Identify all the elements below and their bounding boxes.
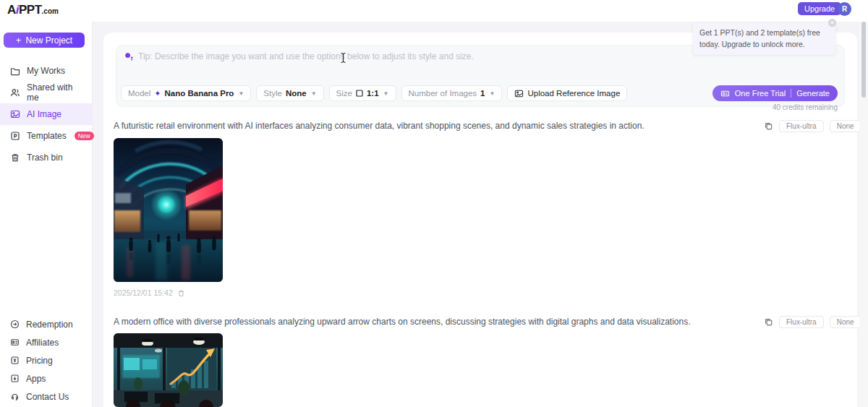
free-trial-ticket-icon — [720, 89, 730, 98]
copy-icon[interactable] — [764, 317, 773, 327]
style-tag[interactable]: None — [830, 316, 861, 328]
new-project-label: New Project — [25, 35, 72, 46]
upload-reference-button[interactable]: Upload Reference Image — [507, 85, 627, 101]
logo-a: A — [7, 3, 16, 17]
sidebar-item-trash-bin[interactable]: Trash bin — [0, 147, 93, 168]
generated-image[interactable] — [114, 138, 223, 282]
upload-image-icon — [514, 89, 524, 98]
model-sparkle-icon: ✦ — [154, 89, 161, 98]
composer-options: Model ✦ Nano Banana Pro ▼ Style None ▼ S… — [121, 85, 627, 101]
result-prompt: A futuristic retail environment with AI … — [114, 121, 743, 131]
avatar[interactable]: R — [838, 2, 851, 16]
chevron-down-icon: ▼ — [490, 90, 495, 97]
plus-icon: + — [16, 35, 22, 45]
sidebar-nav: My Works Shared with me AI Image Templat… — [0, 60, 93, 168]
sidebar-item-label: Apps — [26, 374, 46, 384]
style-value: None — [286, 89, 307, 98]
sidebar-item-label: Shared with me — [27, 82, 82, 103]
affiliate-card-icon — [10, 338, 20, 347]
result-controls: Flux-ultra None — [764, 120, 861, 132]
timestamp: 2025/12/01 15:42 — [114, 288, 173, 297]
upload-label: Upload Reference Image — [527, 89, 620, 98]
model-dropdown[interactable]: Model ✦ Nano Banana Pro ▼ — [121, 85, 251, 101]
logo-com: .com — [42, 7, 59, 15]
sidebar-item-label: Templates — [27, 131, 67, 141]
model-tag[interactable]: Flux-ultra — [779, 316, 824, 328]
size-value: 1:1 — [367, 89, 379, 98]
style-label: Style — [263, 89, 282, 98]
sidebar-item-pricing[interactable]: Pricing — [0, 351, 93, 369]
template-icon — [10, 131, 20, 141]
sidebar-item-label: Trash bin — [27, 153, 63, 163]
page: AiPPT.com Upgrade R + New Project My Wor… — [0, 0, 868, 407]
button-divider — [791, 89, 791, 98]
free-trial-label: One Free Trial — [735, 89, 786, 98]
style-tag[interactable]: None — [830, 120, 861, 132]
sidebar-item-label: Pricing — [26, 356, 53, 366]
sidebar-item-label: Redemption — [26, 320, 73, 330]
sidebar-item-shared-with-me[interactable]: Shared with me — [0, 82, 93, 103]
delete-icon[interactable] — [177, 289, 185, 297]
ai-image-icon — [10, 109, 20, 119]
image-count-dropdown[interactable]: Number of Images 1 ▼ — [401, 85, 503, 101]
count-value: 1 — [480, 89, 485, 98]
sidebar-item-label: My Works — [27, 66, 65, 76]
prompt-input[interactable] — [138, 51, 818, 80]
result-meta: 2025/12/01 15:42 — [114, 288, 185, 297]
sidebar-item-label: Contact Us — [26, 392, 69, 402]
copy-icon[interactable] — [764, 121, 773, 131]
new-badge: New — [75, 132, 94, 140]
sidebar-footer: Redemption Affiliates Pricing Apps Conta… — [0, 315, 93, 406]
sidebar-item-contact-us[interactable]: Contact Us — [0, 387, 93, 406]
sidebar-item-affiliates[interactable]: Affiliates — [0, 333, 93, 351]
generated-image[interactable] — [114, 333, 223, 407]
square-ratio-icon — [356, 90, 363, 97]
top-header: AiPPT.com Upgrade R — [0, 0, 868, 22]
sidebar-item-redemption[interactable]: Redemption — [0, 315, 93, 333]
headset-icon — [10, 392, 20, 401]
promo-tooltip: Get 1 PPT(s) and 2 template(s) free toda… — [693, 22, 835, 55]
size-dropdown[interactable]: Size 1:1 ▼ — [329, 85, 396, 101]
pricing-icon — [10, 356, 20, 365]
redeem-icon — [10, 320, 20, 329]
folder-icon — [10, 66, 20, 76]
generate-button[interactable]: One Free Trial Generate — [712, 85, 838, 101]
size-label: Size — [336, 89, 352, 98]
count-label: Number of Images — [409, 89, 477, 98]
scrollbar-thumb[interactable] — [861, 22, 866, 98]
magic-sparkle-icon — [124, 52, 135, 62]
model-label: Model — [128, 89, 150, 98]
people-icon — [10, 87, 20, 98]
model-value: Nano Banana Pro — [165, 89, 234, 98]
sidebar-item-label: AI Image — [27, 109, 61, 119]
chevron-down-icon: ▼ — [383, 90, 389, 97]
logo-ppt: PPT — [19, 3, 42, 17]
new-project-button[interactable]: + New Project — [4, 33, 85, 48]
credits-remaining: 40 credits remaining — [773, 103, 838, 111]
apps-download-icon — [10, 374, 20, 383]
result-controls: Flux-ultra None — [764, 316, 861, 328]
trash-icon — [10, 153, 20, 163]
close-icon[interactable]: ✕ — [828, 19, 836, 27]
sidebar: + New Project My Works Shared with me AI… — [0, 22, 93, 407]
generate-label: Generate — [796, 89, 830, 98]
sidebar-item-templates[interactable]: Templates New — [0, 125, 93, 147]
chevron-down-icon: ▼ — [311, 90, 317, 97]
sidebar-item-label: Affiliates — [26, 338, 59, 348]
brand-logo[interactable]: AiPPT.com — [7, 3, 59, 17]
sidebar-item-ai-image[interactable]: AI Image — [0, 103, 93, 125]
result-prompt: A modern office with diverse professiona… — [114, 317, 743, 327]
upgrade-button[interactable]: Upgrade — [798, 2, 841, 15]
sidebar-item-apps[interactable]: Apps — [0, 369, 93, 387]
sidebar-item-my-works[interactable]: My Works — [0, 60, 93, 82]
model-tag[interactable]: Flux-ultra — [779, 120, 824, 132]
style-dropdown[interactable]: Style None ▼ — [256, 85, 323, 101]
chevron-down-icon: ▼ — [238, 90, 244, 97]
